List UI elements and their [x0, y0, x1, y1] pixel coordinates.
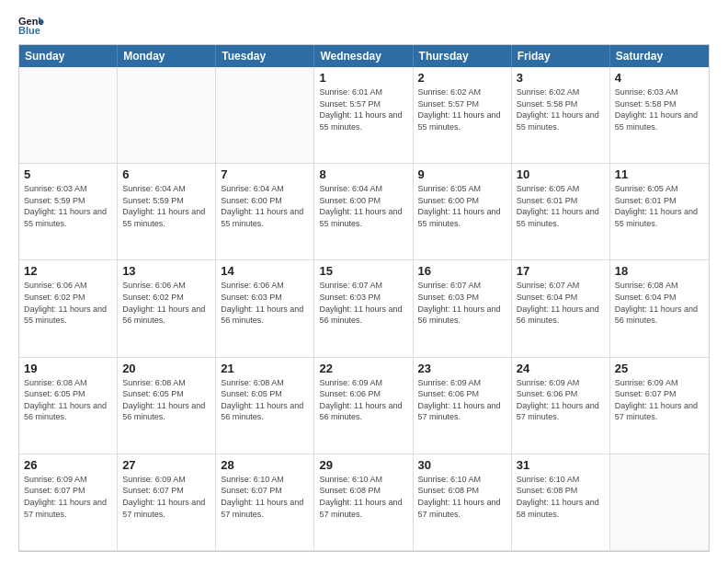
cell-info: Sunrise: 6:09 AM Sunset: 6:07 PM Dayligh… [615, 377, 704, 423]
calendar-cell-7: 7Sunrise: 6:04 AM Sunset: 6:00 PM Daylig… [216, 164, 314, 260]
calendar-cell-30: 30Sunrise: 6:10 AM Sunset: 6:08 PM Dayli… [414, 454, 512, 551]
cell-day-number: 17 [517, 264, 605, 278]
calendar: SundayMondayTuesdayWednesdayThursdayFrid… [18, 44, 710, 552]
calendar-cell-14: 14Sunrise: 6:06 AM Sunset: 6:03 PM Dayli… [216, 260, 314, 357]
cell-info: Sunrise: 6:10 AM Sunset: 6:07 PM Dayligh… [221, 474, 309, 520]
calendar-cell-16: 16Sunrise: 6:07 AM Sunset: 6:03 PM Dayli… [414, 260, 512, 357]
cell-day-number: 24 [517, 362, 605, 375]
cell-info: Sunrise: 6:09 AM Sunset: 6:07 PM Dayligh… [122, 474, 210, 520]
calendar-cell-29: 29Sunrise: 6:10 AM Sunset: 6:08 PM Dayli… [314, 454, 413, 551]
cell-info: Sunrise: 6:04 AM Sunset: 6:00 PM Dayligh… [319, 183, 407, 229]
calendar-cell-24: 24Sunrise: 6:09 AM Sunset: 6:06 PM Dayli… [512, 358, 610, 454]
cell-day-number: 12 [24, 264, 112, 278]
cell-info: Sunrise: 6:09 AM Sunset: 6:07 PM Dayligh… [24, 474, 112, 520]
cell-info: Sunrise: 6:08 AM Sunset: 6:04 PM Dayligh… [615, 280, 704, 326]
cell-day-number: 15 [319, 264, 407, 278]
cell-info: Sunrise: 6:02 AM Sunset: 5:57 PM Dayligh… [418, 86, 506, 132]
cell-day-number: 13 [122, 264, 210, 278]
cell-info: Sunrise: 6:05 AM Sunset: 6:01 PM Dayligh… [517, 183, 605, 229]
cell-info: Sunrise: 6:03 AM Sunset: 5:59 PM Dayligh… [24, 183, 112, 229]
calendar-cell-10: 10Sunrise: 6:05 AM Sunset: 6:01 PM Dayli… [512, 164, 610, 260]
calendar-cell-6: 6Sunrise: 6:04 AM Sunset: 5:59 PM Daylig… [118, 164, 216, 260]
cell-info: Sunrise: 6:05 AM Sunset: 6:00 PM Dayligh… [418, 183, 506, 229]
calendar-cell-5: 5Sunrise: 6:03 AM Sunset: 5:59 PM Daylig… [19, 164, 118, 260]
day-header-monday: Monday [118, 45, 216, 67]
cell-info: Sunrise: 6:09 AM Sunset: 6:06 PM Dayligh… [517, 377, 605, 423]
day-header-wednesday: Wednesday [314, 45, 413, 67]
calendar-cell-28: 28Sunrise: 6:10 AM Sunset: 6:07 PM Dayli… [216, 454, 314, 551]
cell-info: Sunrise: 6:06 AM Sunset: 6:03 PM Dayligh… [221, 280, 309, 326]
day-header-thursday: Thursday [414, 45, 512, 67]
cell-day-number: 8 [319, 167, 407, 181]
cell-info: Sunrise: 6:04 AM Sunset: 5:59 PM Dayligh… [122, 183, 210, 229]
calendar-cell-27: 27Sunrise: 6:09 AM Sunset: 6:07 PM Dayli… [118, 454, 216, 551]
cell-day-number: 1 [319, 71, 407, 85]
cell-info: Sunrise: 6:10 AM Sunset: 6:08 PM Dayligh… [319, 474, 407, 520]
cell-info: Sunrise: 6:02 AM Sunset: 5:58 PM Dayligh… [517, 86, 605, 132]
cell-info: Sunrise: 6:08 AM Sunset: 6:05 PM Dayligh… [221, 377, 309, 423]
cell-day-number: 4 [615, 71, 704, 85]
cell-info: Sunrise: 6:09 AM Sunset: 6:06 PM Dayligh… [418, 377, 506, 423]
day-header-sunday: Sunday [19, 45, 118, 67]
logo: General Blue [18, 15, 48, 35]
cell-info: Sunrise: 6:06 AM Sunset: 6:02 PM Dayligh… [122, 280, 210, 326]
cell-day-number: 18 [615, 264, 704, 278]
cell-info: Sunrise: 6:01 AM Sunset: 5:57 PM Dayligh… [319, 86, 407, 132]
cell-day-number: 23 [418, 362, 506, 375]
cell-info: Sunrise: 6:03 AM Sunset: 5:58 PM Dayligh… [615, 86, 704, 132]
calendar-cell-8: 8Sunrise: 6:04 AM Sunset: 6:00 PM Daylig… [314, 164, 413, 260]
calendar-cell-12: 12Sunrise: 6:06 AM Sunset: 6:02 PM Dayli… [19, 260, 118, 357]
cell-day-number: 9 [418, 167, 506, 181]
cell-day-number: 10 [517, 167, 605, 181]
page-header: General Blue [18, 15, 710, 35]
calendar-cell-22: 22Sunrise: 6:09 AM Sunset: 6:06 PM Dayli… [314, 358, 413, 454]
cell-day-number: 7 [221, 167, 309, 181]
cell-day-number: 26 [24, 458, 112, 472]
calendar-cell-9: 9Sunrise: 6:05 AM Sunset: 6:00 PM Daylig… [414, 164, 512, 260]
cell-info: Sunrise: 6:08 AM Sunset: 6:05 PM Dayligh… [24, 377, 112, 423]
cell-info: Sunrise: 6:10 AM Sunset: 6:08 PM Dayligh… [418, 474, 506, 520]
cell-day-number: 21 [221, 362, 309, 375]
cell-info: Sunrise: 6:09 AM Sunset: 6:06 PM Dayligh… [319, 377, 407, 423]
cell-day-number: 20 [122, 362, 210, 375]
cell-day-number: 19 [24, 362, 112, 375]
calendar-cell-26: 26Sunrise: 6:09 AM Sunset: 6:07 PM Dayli… [19, 454, 118, 551]
calendar-cell-23: 23Sunrise: 6:09 AM Sunset: 6:06 PM Dayli… [414, 358, 512, 454]
cell-day-number: 16 [418, 264, 506, 278]
cell-day-number: 30 [418, 458, 506, 472]
calendar-cell-1: 1Sunrise: 6:01 AM Sunset: 5:57 PM Daylig… [314, 67, 413, 164]
calendar-cell-20: 20Sunrise: 6:08 AM Sunset: 6:05 PM Dayli… [118, 358, 216, 454]
day-header-friday: Friday [512, 45, 610, 67]
day-header-saturday: Saturday [610, 45, 709, 67]
cell-day-number: 2 [418, 71, 506, 85]
cell-info: Sunrise: 6:07 AM Sunset: 6:04 PM Dayligh… [517, 280, 605, 326]
calendar-cell-18: 18Sunrise: 6:08 AM Sunset: 6:04 PM Dayli… [610, 260, 709, 357]
calendar-cell-17: 17Sunrise: 6:07 AM Sunset: 6:04 PM Dayli… [512, 260, 610, 357]
logo-icon: General Blue [18, 15, 44, 35]
calendar-cell-empty [118, 67, 216, 164]
calendar-cell-empty [216, 67, 314, 164]
cell-day-number: 28 [221, 458, 309, 472]
cell-day-number: 31 [517, 458, 605, 472]
cell-day-number: 3 [517, 71, 605, 85]
calendar-cell-empty [19, 67, 118, 164]
cell-info: Sunrise: 6:07 AM Sunset: 6:03 PM Dayligh… [418, 280, 506, 326]
cell-day-number: 25 [615, 362, 704, 375]
calendar-cell-13: 13Sunrise: 6:06 AM Sunset: 6:02 PM Dayli… [118, 260, 216, 357]
cell-day-number: 14 [221, 264, 309, 278]
cell-day-number: 11 [615, 167, 704, 181]
calendar-cell-21: 21Sunrise: 6:08 AM Sunset: 6:05 PM Dayli… [216, 358, 314, 454]
calendar-cell-3: 3Sunrise: 6:02 AM Sunset: 5:58 PM Daylig… [512, 67, 610, 164]
calendar-cell-11: 11Sunrise: 6:05 AM Sunset: 6:01 PM Dayli… [610, 164, 709, 260]
calendar-cell-2: 2Sunrise: 6:02 AM Sunset: 5:57 PM Daylig… [414, 67, 512, 164]
svg-text:Blue: Blue [18, 25, 40, 35]
cell-info: Sunrise: 6:06 AM Sunset: 6:02 PM Dayligh… [24, 280, 112, 326]
calendar-cell-empty [610, 454, 709, 551]
cell-day-number: 5 [24, 167, 112, 181]
cell-info: Sunrise: 6:04 AM Sunset: 6:00 PM Dayligh… [221, 183, 309, 229]
calendar-cell-31: 31Sunrise: 6:10 AM Sunset: 6:08 PM Dayli… [512, 454, 610, 551]
calendar-cell-19: 19Sunrise: 6:08 AM Sunset: 6:05 PM Dayli… [19, 358, 118, 454]
cell-info: Sunrise: 6:10 AM Sunset: 6:08 PM Dayligh… [517, 474, 605, 520]
cell-day-number: 22 [319, 362, 407, 375]
day-header-tuesday: Tuesday [216, 45, 314, 67]
